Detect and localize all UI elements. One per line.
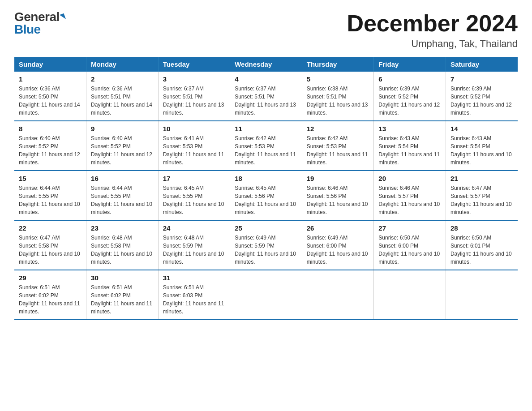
day-number: 31 — [163, 274, 226, 282]
day-info: Sunrise: 6:40 AMSunset: 5:52 PMDaylight:… — [91, 134, 154, 167]
day-number: 19 — [307, 175, 369, 182]
calendar-cell: 28Sunrise: 6:50 AMSunset: 6:01 PMDayligh… — [446, 220, 518, 270]
day-info: Sunrise: 6:38 AMSunset: 5:51 PMDaylight:… — [307, 85, 369, 117]
day-info: Sunrise: 6:42 AMSunset: 5:53 PMDaylight:… — [307, 134, 369, 167]
calendar-cell: 30Sunrise: 6:51 AMSunset: 6:02 PMDayligh… — [86, 270, 159, 320]
calendar-cell: 1Sunrise: 6:36 AMSunset: 5:50 PMDaylight… — [14, 72, 86, 121]
logo-blue-text: Blue — [14, 23, 41, 36]
calendar-cell: 23Sunrise: 6:48 AMSunset: 5:58 PMDayligh… — [86, 220, 159, 270]
calendar-cell — [374, 270, 446, 320]
day-number: 3 — [163, 75, 226, 83]
day-number: 23 — [91, 224, 154, 232]
day-info: Sunrise: 6:40 AMSunset: 5:52 PMDaylight:… — [19, 134, 82, 167]
logo-arrow-icon — [60, 13, 66, 21]
day-number: 11 — [235, 125, 297, 133]
calendar-cell: 6Sunrise: 6:39 AMSunset: 5:52 PMDaylight… — [374, 72, 446, 121]
week-row-3: 15Sunrise: 6:44 AMSunset: 5:55 PMDayligh… — [14, 171, 518, 220]
day-number: 26 — [307, 224, 369, 232]
calendar-cell: 4Sunrise: 6:37 AMSunset: 5:51 PMDaylight… — [230, 72, 302, 121]
calendar-location: Umphang, Tak, Thailand — [347, 38, 518, 50]
day-number: 18 — [235, 175, 297, 182]
header-friday: Friday — [374, 57, 446, 72]
day-number: 14 — [450, 125, 513, 133]
day-info: Sunrise: 6:36 AMSunset: 5:51 PMDaylight:… — [91, 85, 154, 117]
header-wednesday: Wednesday — [230, 57, 302, 72]
day-number: 27 — [378, 224, 441, 232]
day-number: 28 — [450, 224, 513, 232]
day-number: 10 — [163, 125, 226, 133]
header-sunday: Sunday — [14, 57, 86, 72]
week-row-2: 8Sunrise: 6:40 AMSunset: 5:52 PMDaylight… — [14, 121, 518, 171]
day-info: Sunrise: 6:49 AMSunset: 6:00 PMDaylight:… — [307, 234, 369, 266]
day-info: Sunrise: 6:43 AMSunset: 5:54 PMDaylight:… — [378, 134, 441, 167]
calendar-cell — [230, 270, 302, 320]
calendar-header: SundayMondayTuesdayWednesdayThursdayFrid… — [14, 57, 518, 72]
day-info: Sunrise: 6:51 AMSunset: 6:03 PMDaylight:… — [163, 283, 226, 316]
day-info: Sunrise: 6:39 AMSunset: 5:52 PMDaylight:… — [378, 85, 441, 117]
day-info: Sunrise: 6:48 AMSunset: 5:58 PMDaylight:… — [91, 234, 154, 266]
day-number: 8 — [19, 125, 82, 133]
day-number: 29 — [19, 274, 82, 282]
calendar-cell: 15Sunrise: 6:44 AMSunset: 5:55 PMDayligh… — [14, 171, 86, 220]
day-info: Sunrise: 6:47 AMSunset: 5:57 PMDaylight:… — [450, 184, 513, 216]
calendar-cell: 8Sunrise: 6:40 AMSunset: 5:52 PMDaylight… — [14, 121, 86, 171]
day-info: Sunrise: 6:37 AMSunset: 5:51 PMDaylight:… — [235, 85, 297, 117]
day-info: Sunrise: 6:45 AMSunset: 5:55 PMDaylight:… — [163, 184, 226, 216]
calendar-cell: 18Sunrise: 6:45 AMSunset: 5:56 PMDayligh… — [230, 171, 302, 220]
day-number: 21 — [450, 175, 513, 182]
day-number: 12 — [307, 125, 369, 133]
week-row-5: 29Sunrise: 6:51 AMSunset: 6:02 PMDayligh… — [14, 270, 518, 320]
calendar-cell: 31Sunrise: 6:51 AMSunset: 6:03 PMDayligh… — [158, 270, 230, 320]
calendar-cell: 17Sunrise: 6:45 AMSunset: 5:55 PMDayligh… — [158, 171, 230, 220]
day-number: 9 — [91, 125, 154, 133]
day-info: Sunrise: 6:43 AMSunset: 5:54 PMDaylight:… — [450, 134, 513, 167]
day-info: Sunrise: 6:50 AMSunset: 6:00 PMDaylight:… — [378, 234, 441, 266]
day-info: Sunrise: 6:49 AMSunset: 5:59 PMDaylight:… — [235, 234, 297, 266]
day-info: Sunrise: 6:46 AMSunset: 5:56 PMDaylight:… — [307, 184, 369, 216]
day-info: Sunrise: 6:45 AMSunset: 5:56 PMDaylight:… — [235, 184, 297, 216]
calendar-cell: 5Sunrise: 6:38 AMSunset: 5:51 PMDaylight… — [302, 72, 374, 121]
day-number: 16 — [91, 175, 154, 182]
calendar-cell: 14Sunrise: 6:43 AMSunset: 5:54 PMDayligh… — [446, 121, 518, 171]
day-info: Sunrise: 6:50 AMSunset: 6:01 PMDaylight:… — [450, 234, 513, 266]
day-number: 22 — [19, 224, 82, 232]
day-info: Sunrise: 6:44 AMSunset: 5:55 PMDaylight:… — [19, 184, 82, 216]
day-number: 30 — [91, 274, 154, 282]
header-tuesday: Tuesday — [158, 57, 230, 72]
day-info: Sunrise: 6:44 AMSunset: 5:55 PMDaylight:… — [91, 184, 154, 216]
header-saturday: Saturday — [446, 57, 518, 72]
day-number: 20 — [378, 175, 441, 182]
calendar-table: SundayMondayTuesdayWednesdayThursdayFrid… — [14, 57, 518, 320]
calendar-cell: 11Sunrise: 6:42 AMSunset: 5:53 PMDayligh… — [230, 121, 302, 171]
calendar-cell: 7Sunrise: 6:39 AMSunset: 5:52 PMDaylight… — [446, 72, 518, 121]
calendar-cell: 29Sunrise: 6:51 AMSunset: 6:02 PMDayligh… — [14, 270, 86, 320]
calendar-cell — [302, 270, 374, 320]
calendar-cell: 2Sunrise: 6:36 AMSunset: 5:51 PMDaylight… — [86, 72, 159, 121]
day-number: 2 — [91, 75, 154, 83]
day-number: 7 — [450, 75, 513, 83]
day-info: Sunrise: 6:46 AMSunset: 5:57 PMDaylight:… — [378, 184, 441, 216]
header-thursday: Thursday — [302, 57, 374, 72]
calendar-cell: 13Sunrise: 6:43 AMSunset: 5:54 PMDayligh… — [374, 121, 446, 171]
day-info: Sunrise: 6:36 AMSunset: 5:50 PMDaylight:… — [19, 85, 82, 117]
calendar-cell — [446, 270, 518, 320]
day-number: 13 — [378, 125, 441, 133]
day-info: Sunrise: 6:42 AMSunset: 5:53 PMDaylight:… — [235, 134, 297, 167]
week-row-1: 1Sunrise: 6:36 AMSunset: 5:50 PMDaylight… — [14, 72, 518, 121]
day-number: 24 — [163, 224, 226, 232]
day-info: Sunrise: 6:41 AMSunset: 5:53 PMDaylight:… — [163, 134, 226, 167]
day-number: 6 — [378, 75, 441, 83]
day-number: 17 — [163, 175, 226, 182]
calendar-cell: 3Sunrise: 6:37 AMSunset: 5:51 PMDaylight… — [158, 72, 230, 121]
day-info: Sunrise: 6:48 AMSunset: 5:59 PMDaylight:… — [163, 234, 226, 266]
calendar-cell: 19Sunrise: 6:46 AMSunset: 5:56 PMDayligh… — [302, 171, 374, 220]
calendar-cell: 9Sunrise: 6:40 AMSunset: 5:52 PMDaylight… — [86, 121, 159, 171]
calendar-body: 1Sunrise: 6:36 AMSunset: 5:50 PMDaylight… — [14, 72, 518, 320]
calendar-cell: 26Sunrise: 6:49 AMSunset: 6:00 PMDayligh… — [302, 220, 374, 270]
day-info: Sunrise: 6:37 AMSunset: 5:51 PMDaylight:… — [163, 85, 226, 117]
calendar-cell: 20Sunrise: 6:46 AMSunset: 5:57 PMDayligh… — [374, 171, 446, 220]
calendar-cell: 24Sunrise: 6:48 AMSunset: 5:59 PMDayligh… — [158, 220, 230, 270]
calendar-title: December 2024 — [347, 11, 518, 36]
calendar-cell: 12Sunrise: 6:42 AMSunset: 5:53 PMDayligh… — [302, 121, 374, 171]
day-number: 5 — [307, 75, 369, 83]
